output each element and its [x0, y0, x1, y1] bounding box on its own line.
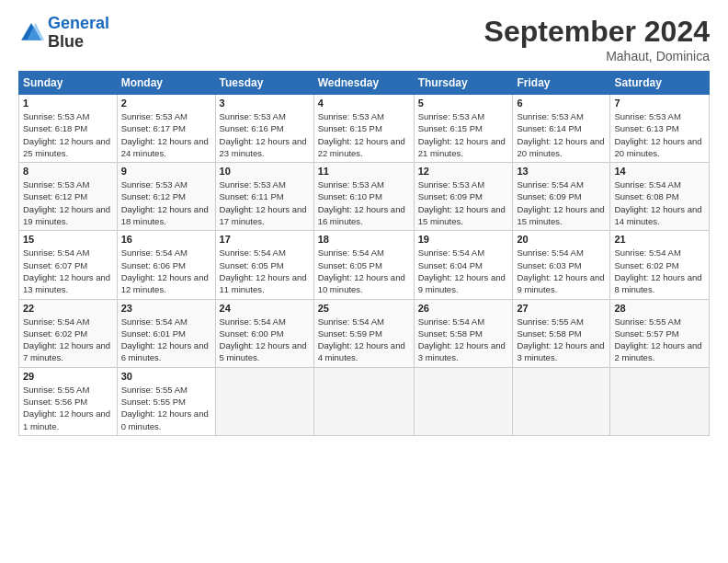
- calendar-cell: 8 Sunrise: 5:53 AMSunset: 6:12 PMDayligh…: [19, 163, 118, 231]
- day-detail: Sunrise: 5:53 AMSunset: 6:17 PMDaylight:…: [121, 111, 209, 158]
- calendar-cell: 4 Sunrise: 5:53 AMSunset: 6:15 PMDayligh…: [313, 95, 414, 163]
- col-header-tuesday: Tuesday: [215, 72, 313, 95]
- calendar-cell: 30 Sunrise: 5:55 AMSunset: 5:55 PMDaylig…: [117, 367, 215, 435]
- day-detail: Sunrise: 5:53 AMSunset: 6:11 PMDaylight:…: [220, 179, 307, 226]
- day-detail: Sunrise: 5:53 AMSunset: 6:16 PMDaylight:…: [220, 111, 307, 158]
- week-row-4: 22 Sunrise: 5:54 AMSunset: 6:02 PMDaylig…: [19, 299, 710, 367]
- day-number: 15: [23, 234, 113, 245]
- day-detail: Sunrise: 5:54 AMSunset: 6:05 PMDaylight:…: [220, 247, 307, 294]
- calendar-cell: 13 Sunrise: 5:54 AMSunset: 6:09 PMDaylig…: [513, 163, 610, 231]
- day-number: 28: [614, 303, 705, 314]
- day-number: 23: [121, 303, 211, 314]
- day-number: 5: [418, 98, 509, 109]
- calendar-cell: [215, 367, 313, 435]
- day-detail: Sunrise: 5:54 AMSunset: 6:08 PMDaylight:…: [614, 179, 701, 226]
- calendar-cell: 28 Sunrise: 5:55 AMSunset: 5:57 PMDaylig…: [610, 299, 710, 367]
- day-number: 17: [220, 234, 310, 245]
- day-detail: Sunrise: 5:54 AMSunset: 5:58 PMDaylight:…: [418, 316, 506, 363]
- day-number: 20: [517, 234, 606, 245]
- day-number: 8: [23, 166, 113, 177]
- day-detail: Sunrise: 5:53 AMSunset: 6:13 PMDaylight:…: [614, 111, 701, 158]
- calendar-cell: [610, 367, 710, 435]
- calendar-cell: 21 Sunrise: 5:54 AMSunset: 6:02 PMDaylig…: [610, 231, 710, 299]
- col-header-friday: Friday: [513, 72, 610, 95]
- day-number: 14: [614, 166, 705, 177]
- calendar-cell: [313, 367, 414, 435]
- calendar-cell: 14 Sunrise: 5:54 AMSunset: 6:08 PMDaylig…: [610, 163, 710, 231]
- calendar-cell: 10 Sunrise: 5:53 AMSunset: 6:11 PMDaylig…: [215, 163, 313, 231]
- day-detail: Sunrise: 5:54 AMSunset: 6:07 PMDaylight:…: [23, 247, 110, 294]
- day-detail: Sunrise: 5:55 AMSunset: 5:58 PMDaylight:…: [517, 316, 604, 363]
- day-number: 10: [220, 166, 310, 177]
- day-detail: Sunrise: 5:53 AMSunset: 6:12 PMDaylight:…: [121, 179, 209, 226]
- day-detail: Sunrise: 5:53 AMSunset: 6:15 PMDaylight:…: [318, 111, 405, 158]
- calendar-cell: 27 Sunrise: 5:55 AMSunset: 5:58 PMDaylig…: [513, 299, 610, 367]
- week-row-5: 29 Sunrise: 5:55 AMSunset: 5:56 PMDaylig…: [19, 367, 710, 435]
- day-detail: Sunrise: 5:54 AMSunset: 6:09 PMDaylight:…: [517, 179, 604, 226]
- col-header-thursday: Thursday: [414, 72, 513, 95]
- col-header-sunday: Sunday: [19, 72, 118, 95]
- day-number: 12: [418, 166, 509, 177]
- day-detail: Sunrise: 5:53 AMSunset: 6:12 PMDaylight:…: [23, 179, 110, 226]
- col-header-monday: Monday: [117, 72, 215, 95]
- calendar-cell: 19 Sunrise: 5:54 AMSunset: 6:04 PMDaylig…: [414, 231, 513, 299]
- calendar-cell: [513, 367, 610, 435]
- day-number: 27: [517, 303, 606, 314]
- day-number: 1: [23, 98, 113, 109]
- calendar-cell: 1 Sunrise: 5:53 AMSunset: 6:18 PMDayligh…: [19, 95, 118, 163]
- calendar-cell: 25 Sunrise: 5:54 AMSunset: 5:59 PMDaylig…: [313, 299, 414, 367]
- location: Mahaut, Dominica: [484, 49, 710, 63]
- day-number: 30: [121, 371, 211, 382]
- calendar-cell: 5 Sunrise: 5:53 AMSunset: 6:15 PMDayligh…: [414, 95, 513, 163]
- calendar-cell: 15 Sunrise: 5:54 AMSunset: 6:07 PMDaylig…: [19, 231, 118, 299]
- day-detail: Sunrise: 5:54 AMSunset: 6:02 PMDaylight:…: [23, 316, 110, 363]
- day-number: 24: [220, 303, 310, 314]
- day-number: 19: [418, 234, 509, 245]
- day-number: 13: [517, 166, 606, 177]
- calendar-cell: 16 Sunrise: 5:54 AMSunset: 6:06 PMDaylig…: [117, 231, 215, 299]
- day-number: 9: [121, 166, 211, 177]
- day-detail: Sunrise: 5:54 AMSunset: 6:05 PMDaylight:…: [318, 247, 405, 294]
- calendar-cell: 26 Sunrise: 5:54 AMSunset: 5:58 PMDaylig…: [414, 299, 513, 367]
- day-number: 21: [614, 234, 705, 245]
- calendar-cell: 22 Sunrise: 5:54 AMSunset: 6:02 PMDaylig…: [19, 299, 118, 367]
- day-number: 6: [517, 98, 606, 109]
- calendar-cell: 17 Sunrise: 5:54 AMSunset: 6:05 PMDaylig…: [215, 231, 313, 299]
- calendar-cell: 6 Sunrise: 5:53 AMSunset: 6:14 PMDayligh…: [513, 95, 610, 163]
- month-title: September 2024: [484, 15, 710, 49]
- day-detail: Sunrise: 5:55 AMSunset: 5:56 PMDaylight:…: [23, 385, 110, 431]
- calendar-cell: 9 Sunrise: 5:53 AMSunset: 6:12 PMDayligh…: [117, 163, 215, 231]
- col-header-wednesday: Wednesday: [313, 72, 414, 95]
- week-row-1: 1 Sunrise: 5:53 AMSunset: 6:18 PMDayligh…: [19, 95, 710, 163]
- day-detail: Sunrise: 5:53 AMSunset: 6:09 PMDaylight:…: [418, 179, 506, 226]
- calendar-cell: 20 Sunrise: 5:54 AMSunset: 6:03 PMDaylig…: [513, 231, 610, 299]
- calendar-cell: 7 Sunrise: 5:53 AMSunset: 6:13 PMDayligh…: [610, 95, 710, 163]
- day-detail: Sunrise: 5:54 AMSunset: 6:01 PMDaylight:…: [121, 316, 209, 363]
- day-detail: Sunrise: 5:53 AMSunset: 6:10 PMDaylight:…: [318, 179, 405, 226]
- day-detail: Sunrise: 5:53 AMSunset: 6:18 PMDaylight:…: [23, 111, 110, 158]
- calendar-cell: 12 Sunrise: 5:53 AMSunset: 6:09 PMDaylig…: [414, 163, 513, 231]
- week-row-3: 15 Sunrise: 5:54 AMSunset: 6:07 PMDaylig…: [19, 231, 710, 299]
- logo: GeneralBlue: [18, 15, 109, 52]
- day-detail: Sunrise: 5:55 AMSunset: 5:55 PMDaylight:…: [121, 385, 209, 431]
- day-detail: Sunrise: 5:54 AMSunset: 6:06 PMDaylight:…: [121, 247, 209, 294]
- header-row: SundayMondayTuesdayWednesdayThursdayFrid…: [19, 72, 710, 95]
- day-detail: Sunrise: 5:54 AMSunset: 6:02 PMDaylight:…: [614, 247, 701, 294]
- title-block: September 2024 Mahaut, Dominica: [484, 15, 710, 63]
- calendar-cell: 18 Sunrise: 5:54 AMSunset: 6:05 PMDaylig…: [313, 231, 414, 299]
- day-detail: Sunrise: 5:54 AMSunset: 6:00 PMDaylight:…: [220, 316, 307, 363]
- calendar-cell: 23 Sunrise: 5:54 AMSunset: 6:01 PMDaylig…: [117, 299, 215, 367]
- calendar-cell: 29 Sunrise: 5:55 AMSunset: 5:56 PMDaylig…: [19, 367, 118, 435]
- day-detail: Sunrise: 5:54 AMSunset: 5:59 PMDaylight:…: [318, 316, 405, 363]
- calendar-cell: [414, 367, 513, 435]
- page: GeneralBlue September 2024 Mahaut, Domin…: [0, 0, 728, 563]
- day-number: 25: [318, 303, 410, 314]
- day-detail: Sunrise: 5:54 AMSunset: 6:03 PMDaylight:…: [517, 247, 604, 294]
- calendar-cell: 24 Sunrise: 5:54 AMSunset: 6:00 PMDaylig…: [215, 299, 313, 367]
- day-number: 2: [121, 98, 211, 109]
- calendar-cell: 11 Sunrise: 5:53 AMSunset: 6:10 PMDaylig…: [313, 163, 414, 231]
- day-number: 3: [220, 98, 310, 109]
- day-number: 29: [23, 371, 113, 382]
- calendar-table: SundayMondayTuesdayWednesdayThursdayFrid…: [18, 71, 710, 436]
- col-header-saturday: Saturday: [610, 72, 710, 95]
